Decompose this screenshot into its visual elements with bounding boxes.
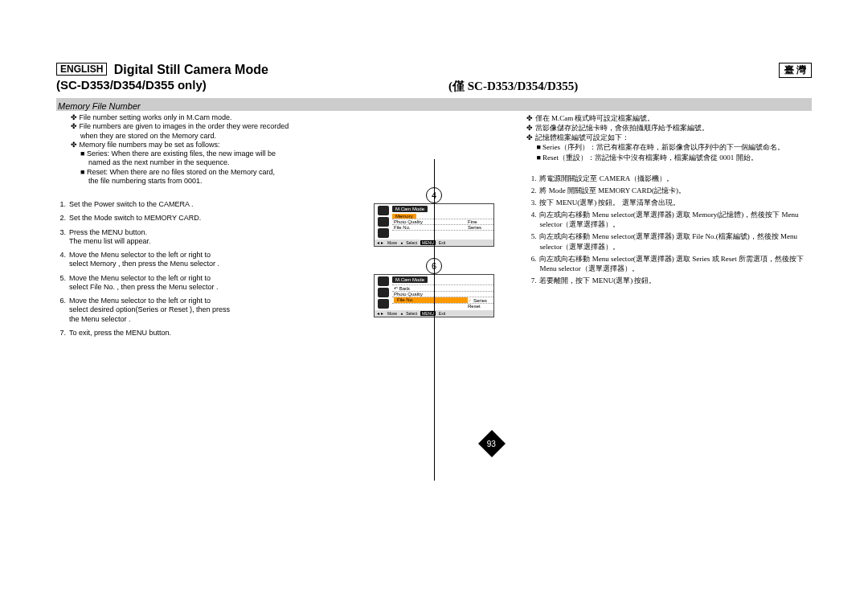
scr2-exit: Exit xyxy=(439,311,445,316)
intro-r3: 記憶體檔案編號可設定如下： xyxy=(535,133,629,141)
column-divider xyxy=(434,159,435,481)
intro-l2: File numbers are given to images in the … xyxy=(80,122,289,130)
lang-badge-right: 臺 灣 xyxy=(779,63,812,78)
intro-l8: the file numbering starts from 0001. xyxy=(71,177,351,186)
scr2-row1l: Photo Quality xyxy=(394,292,492,297)
scr1-row2r: Series xyxy=(468,225,492,230)
intro-l3: when they are stored on the Memory card. xyxy=(71,132,351,141)
scr1-title: M.Cam Mode xyxy=(392,206,428,212)
scr1-highlight: Memory xyxy=(392,214,416,219)
step6c: the Menu selector . xyxy=(69,315,131,323)
scr2-opt1: Series xyxy=(468,297,492,303)
scr2-highlight: File No. xyxy=(394,297,468,303)
scr2-select: Select xyxy=(406,311,417,316)
step3b: The menu list will appear. xyxy=(69,237,151,245)
title-left: Digital Still Camera Mode xyxy=(114,63,268,77)
memory-icon xyxy=(378,299,389,309)
step6a: Move the Menu selector to the left or ri… xyxy=(69,297,211,305)
rstep5: 向左或向右移動 Menu selector(選單選擇器) 選取 File No.… xyxy=(539,231,812,251)
intro-r5: Reset（重設）：當記憶卡中沒有檔案時，檔案編號會從 0001 開始。 xyxy=(542,154,758,162)
scr1-row2l: File No. xyxy=(394,225,468,230)
content-left: ✤ File number setting works only in M.Ca… xyxy=(56,113,351,342)
scr1-move: Move xyxy=(387,240,397,245)
step5b: select File No. , then press the Menu se… xyxy=(69,283,219,291)
scr2-back: Back xyxy=(399,286,410,291)
step5a: Move the Menu selector to the left or ri… xyxy=(69,274,211,282)
rstep7: 若要離開，按下 MENU(選單) 按鈕。 xyxy=(539,276,812,285)
step4b: select Memory , then press the Menu sele… xyxy=(69,260,219,268)
memory-icon xyxy=(378,228,389,238)
scr1-row1r: Fine xyxy=(468,219,492,224)
header: ENGLISH Digital Still Camera Mode (SC-D3… xyxy=(56,63,812,95)
media-icon xyxy=(378,288,389,297)
rstep6: 向左或向右移動 Menu selector(選單選擇器) 選取 Series 或… xyxy=(539,254,812,273)
media-icon xyxy=(378,217,389,227)
section-bar: Memory File Number xyxy=(56,98,812,111)
scr2-title: M.Cam Mode xyxy=(392,276,428,283)
rstep1: 將電源開關設定至 CAMERA（攝影機）。 xyxy=(539,174,812,183)
step2: Set the Mode switch to MEMORY CARD. xyxy=(69,214,351,223)
rstep2: 將 Mode 開關設至 MEMORY CARD(記憶卡)。 xyxy=(539,186,812,195)
rstep4: 向左或向右移動 Menu selector(選單選擇器) 選取 Memory(記… xyxy=(539,210,812,229)
subtitle-left: (SC-D353/D354/D355 only) xyxy=(56,78,434,92)
rstep3: 按下 MENU(選單) 按鈕。 選單清單會出現。 xyxy=(539,198,812,207)
intro-l6: named as the next number in the sequence… xyxy=(71,158,351,167)
intro-l7: Reset: When there are no files stored on… xyxy=(87,168,275,176)
intro-l1: File number setting works only in M.Cam … xyxy=(80,113,232,121)
content-right: ✤ 僅在 M.Cam 模式時可設定檔案編號。 ✤ 當影像儲存於記憶卡時，會依拍攝… xyxy=(517,113,812,342)
page-number: 93 xyxy=(487,440,496,448)
camera-icon xyxy=(378,206,389,215)
scr1-menu: MENU xyxy=(420,240,436,245)
scr1-exit: Exit xyxy=(439,240,445,245)
camera-icon xyxy=(378,276,389,286)
step4a: Move the Menu selector to the left or ri… xyxy=(69,251,211,259)
lang-badge-left: ENGLISH xyxy=(56,63,107,76)
section-title-left: Memory File Number xyxy=(56,100,141,113)
intro-r2: 當影像儲存於記憶卡時，會依拍攝順序給予檔案編號。 xyxy=(535,124,709,132)
intro-r1: 僅在 M.Cam 模式時可設定檔案編號。 xyxy=(535,114,655,122)
manual-page: ENGLISH Digital Still Camera Mode (SC-D3… xyxy=(56,63,812,342)
scr2-move: Move xyxy=(387,311,397,316)
intro-l4: Memory file numbers may be set as follow… xyxy=(80,141,220,149)
scr2-opt2: Reset xyxy=(468,304,492,309)
intro-l5: Series: When there are existing files, t… xyxy=(87,149,276,158)
page-number-badge: 93 xyxy=(478,430,506,457)
step3a: Press the MENU button. xyxy=(69,228,147,236)
subtitle-right: (僅 SC-D353/D354/D355) xyxy=(434,79,812,94)
scr1-row1l: Photo Quality xyxy=(394,219,468,224)
step7: To exit, press the MENU button. xyxy=(69,329,351,338)
step1: Set the Power switch to the CAMERA . xyxy=(69,200,351,209)
intro-r4: Series（序列）：當已有檔案存在時，新影像會以序列中的下一個編號命名。 xyxy=(542,143,784,151)
scr1-select: Select xyxy=(406,240,417,245)
scr2-menu: MENU xyxy=(420,311,436,316)
step6b: select desired option(Series or Reset ),… xyxy=(69,305,230,313)
